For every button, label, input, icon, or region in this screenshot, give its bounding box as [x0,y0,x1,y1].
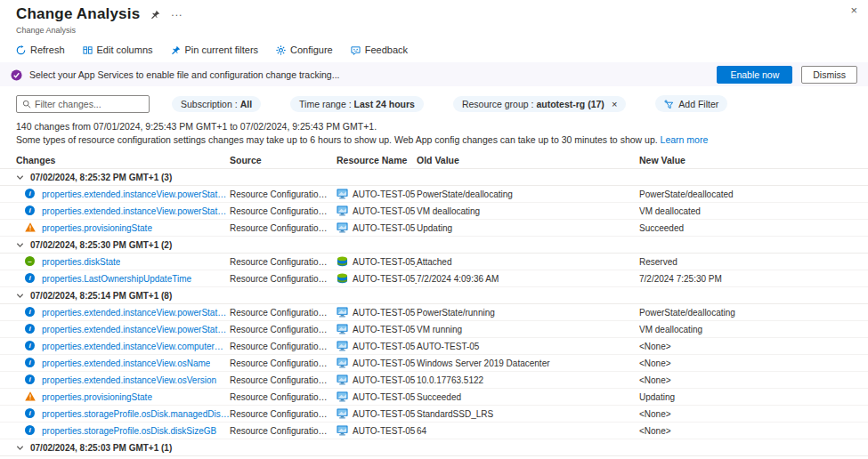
edit-columns-button[interactable]: Edit columns [83,44,153,56]
chevron-down-icon[interactable] [16,444,24,452]
change-property-link[interactable]: properties.extended.instanceView.osVersi… [42,375,216,385]
configure-button[interactable]: Configure [276,44,333,56]
close-icon[interactable]: × [850,4,857,17]
change-property-link[interactable]: properties.diskState [42,257,120,267]
resource-name: AUTO-TEST-05 [353,223,415,233]
severity-icon: i – [25,374,36,385]
new-value: VM deallocated [639,206,868,216]
change-property-link[interactable]: properties.storageProfile.osDisk.diskSiz… [42,426,216,436]
dismiss-button[interactable]: Dismiss [801,66,857,84]
virtual-machine-icon [337,341,348,351]
info-icon: i [25,205,35,215]
resource-cell: AUTO-TEST-05 [337,324,417,334]
change-row: i – properties.provisioningState Resourc… [0,220,868,237]
source-cell: Resource Configuration Changes [230,409,337,419]
resource-icon [337,256,348,267]
new-value: <None> [639,342,868,351]
change-row: i – properties.extended.instanceView.pow… [0,186,868,203]
resource-icon [337,205,348,216]
source-cell: Resource Configuration Changes [230,325,337,334]
changes-cell: i – properties.extended.instanceView.pow… [16,324,230,334]
column-header-resource-name[interactable]: Resource Name [337,155,417,165]
filter-search[interactable] [16,95,150,113]
feedback-button[interactable]: Feedback [351,44,408,56]
severity-icon: i – [25,222,36,233]
old-value: PowerState/running [417,308,639,318]
change-property-link[interactable]: properties.extended.instanceView.powerSt… [42,189,230,199]
change-row: i – properties.extended.instanceView.osN… [0,355,868,372]
info-icon: i [25,273,35,283]
changes-count-line: 140 changes from 07/01/2024, 9:25:43 PM … [16,120,852,133]
filter-changes-input[interactable] [35,99,143,109]
page-title: Change Analysis [16,5,140,23]
group-header-row[interactable]: 07/02/2024, 8:25:30 PM GMT+1 (2) [0,237,868,254]
column-header-source[interactable]: Source [230,155,337,165]
change-row: i – properties.diskState Resource Config… [0,254,868,270]
subscription-filter-pill[interactable]: Subscription : All [172,96,261,112]
resource-name: AUTO-TEST-05 [353,325,415,334]
change-property-link[interactable]: properties.extended.instanceView.powerSt… [42,325,230,334]
resource-cell: AUTO-TEST-05 [337,341,417,351]
severity-icon: i – [25,324,36,334]
new-value: <None> [639,426,868,436]
change-property-link[interactable]: properties.extended.instanceView.osName [42,358,210,368]
remove-filter-icon[interactable]: × [612,99,617,109]
changes-cell: i – properties.diskState [16,256,230,267]
old-value: AUTO-TEST-05 [417,342,639,351]
chevron-down-icon[interactable] [16,292,24,300]
new-value: Reserved [639,257,868,267]
group-header-row[interactable]: 07/02/2024, 8:25:14 PM GMT+1 (8) [0,287,868,304]
refresh-button[interactable]: Refresh [16,44,65,56]
group-header-row[interactable]: 07/02/2024, 8:25:32 PM GMT+1 (3) [0,169,868,186]
old-value: Updating [417,223,639,233]
pin-icon [171,44,181,56]
resource-name: AUTO-TEST-05 [353,392,415,402]
resource-group-filter-pill[interactable]: Resource group : autotest-rg (17) × [453,96,626,112]
column-header-new-value[interactable]: New Value [639,155,868,165]
change-property-link[interactable]: properties.extended.instanceView.compute… [42,342,230,351]
change-row: i – properties.LastOwnershipUpdateTime R… [0,270,868,287]
changes-cell: i – properties.LastOwnershipUpdateTime [16,273,230,284]
changes-cell: i – properties.extended.instanceView.osN… [16,358,230,368]
add-filter-button[interactable]: Add Filter [655,95,727,112]
old-value: PowerState/deallocating [417,189,639,199]
source-cell: Resource Configuration Changes [230,223,337,233]
virtual-machine-icon [337,222,348,233]
severity-icon: i – [25,256,36,267]
new-value: PowerState/deallocating [639,308,868,318]
resource-icon [337,189,348,199]
pin-current-filters-button[interactable]: Pin current filters [171,44,259,56]
warning-icon [25,391,36,401]
new-value: <None> [639,358,868,368]
resource-name: AUTO-TEST-05 [353,375,415,385]
virtual-machine-icon [337,408,348,419]
chevron-down-icon[interactable] [16,173,24,181]
change-property-link[interactable]: properties.extended.instanceView.powerSt… [42,308,230,318]
chevron-down-icon[interactable] [16,241,24,249]
change-row: i – properties.extended.instanceView.pow… [0,304,868,321]
change-property-link[interactable]: properties.storageProfile.osDisk.managed… [42,409,230,419]
feedback-icon [351,44,361,56]
change-property-link[interactable]: properties.LastOwnershipUpdateTime [42,274,191,284]
enable-now-button[interactable]: Enable now [717,66,792,84]
change-property-link[interactable]: properties.extended.instanceView.powerSt… [42,206,230,216]
time-range-filter-pill[interactable]: Time range : Last 24 hours [290,96,424,112]
group-header-label: 07/02/2024, 8:25:30 PM GMT+1 (2) [30,240,172,250]
changes-cell: i – properties.extended.instanceView.pow… [16,205,230,216]
more-options-icon[interactable]: ... [171,6,183,19]
change-property-link[interactable]: properties.provisioningState [42,223,152,233]
column-header-old-value[interactable]: Old Value [417,155,639,165]
resource-icon [337,273,348,284]
resource-cell: AUTO-TEST-05 [337,425,417,436]
column-header-changes[interactable]: Changes [16,155,230,165]
group-header-row[interactable]: 07/02/2024, 8:25:03 PM GMT+1 (1) [0,439,868,456]
learn-more-link[interactable]: Learn more [661,134,709,145]
change-row: i – properties.storageProfile.osDisk.dis… [0,423,868,439]
change-property-link[interactable]: properties.provisioningState [42,392,152,402]
new-value: VM deallocating [639,325,868,334]
changes-cell: i – properties.provisioningState [16,391,230,402]
search-icon [22,96,31,112]
severity-icon: i – [25,341,36,351]
pin-icon[interactable] [150,6,160,22]
disk-icon [337,256,348,267]
